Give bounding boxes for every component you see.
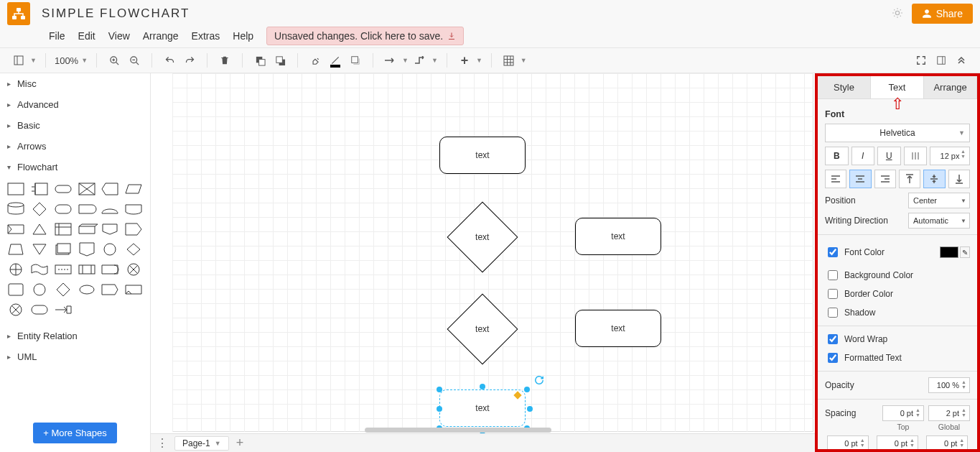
shape-swatch[interactable] <box>53 221 73 238</box>
menu-view[interactable]: View <box>108 30 130 42</box>
flowchart-node[interactable]: text <box>575 218 661 255</box>
menu-edit[interactable]: Edit <box>78 30 95 42</box>
formatted-text-checkbox[interactable]: Formatted Text <box>825 351 970 365</box>
delete-button[interactable] <box>216 52 233 69</box>
shape-swatch[interactable] <box>53 180 73 198</box>
category-misc[interactable]: ▸Misc <box>0 73 150 94</box>
shape-swatch[interactable] <box>29 281 50 298</box>
align-left-button[interactable] <box>825 170 846 188</box>
background-color-checkbox[interactable]: Background Color <box>825 268 970 282</box>
spacing-global-input[interactable]: 2 pt▲▼ <box>928 405 970 421</box>
shape-swatch[interactable] <box>29 221 50 238</box>
tab-text[interactable]: Text ⇧ <box>871 76 924 98</box>
zoom-in-button[interactable] <box>106 52 123 69</box>
shape-swatch[interactable] <box>53 241 73 258</box>
shape-swatch[interactable] <box>53 281 73 298</box>
word-wrap-checkbox[interactable]: Word Wrap <box>825 332 970 346</box>
shape-swatch[interactable] <box>29 180 50 198</box>
page-tab[interactable]: Page-1▼ <box>174 436 229 451</box>
resize-handle[interactable] <box>480 384 485 389</box>
shape-swatch[interactable] <box>77 261 97 278</box>
shape-swatch[interactable] <box>77 241 97 258</box>
table-button[interactable] <box>500 52 518 69</box>
shape-swatch[interactable] <box>53 301 73 318</box>
shape-swatch[interactable] <box>6 281 26 298</box>
shape-swatch[interactable] <box>53 200 73 218</box>
tab-arrange[interactable]: Arrange <box>924 76 977 98</box>
horizontal-scrollbar[interactable] <box>172 426 813 433</box>
valign-bottom-button[interactable] <box>948 170 970 188</box>
line-color-button[interactable] <box>327 52 344 69</box>
shape-swatch[interactable] <box>6 180 26 198</box>
shape-swatch[interactable] <box>77 281 97 298</box>
position-select[interactable]: Center▼ <box>908 193 970 208</box>
save-banner[interactable]: Unsaved changes. Click here to save. <box>266 27 464 45</box>
shape-swatch[interactable] <box>123 180 144 198</box>
menu-arrange[interactable]: Arrange <box>143 30 179 42</box>
resize-handle[interactable] <box>527 406 533 412</box>
shape-swatch[interactable] <box>100 281 120 298</box>
shape-swatch[interactable] <box>29 241 50 258</box>
zoom-out-button[interactable] <box>126 52 143 69</box>
redo-button[interactable] <box>181 52 198 69</box>
shape-swatch[interactable] <box>100 241 120 258</box>
menu-file[interactable]: File <box>49 30 65 42</box>
page-menu-button[interactable]: ⋮ <box>157 436 167 450</box>
chevron-down-icon[interactable]: ▼ <box>476 57 482 64</box>
font-color-checkbox[interactable]: Font Color <box>825 245 885 259</box>
align-right-button[interactable] <box>874 170 896 188</box>
chevron-down-icon[interactable]: ▼ <box>30 57 37 64</box>
rotate-handle[interactable] <box>534 375 543 384</box>
shape-swatch[interactable] <box>77 180 97 198</box>
app-logo[interactable] <box>7 2 30 25</box>
more-shapes-button[interactable]: + More Shapes <box>33 423 117 443</box>
to-back-button[interactable] <box>271 52 289 69</box>
shape-swatch[interactable] <box>123 200 144 218</box>
shape-swatch[interactable] <box>6 301 26 318</box>
shape-swatch[interactable] <box>6 221 26 238</box>
category-advanced[interactable]: ▸Advanced <box>0 94 150 115</box>
font-family-select[interactable]: Helvetica▼ <box>825 124 970 142</box>
waypoint-button[interactable] <box>411 52 429 69</box>
spacing-top-input[interactable]: 0 pt▲▼ <box>882 405 924 421</box>
shape-swatch[interactable] <box>100 221 120 238</box>
edit-color-button[interactable]: ✎ <box>960 246 970 258</box>
share-button[interactable]: Share <box>912 4 973 24</box>
font-color-swatch[interactable] <box>940 246 958 258</box>
border-color-checkbox[interactable]: Border Color <box>825 287 970 301</box>
flowchart-node[interactable]: text <box>575 310 661 347</box>
chevron-down-icon[interactable]: ▼ <box>431 57 438 64</box>
italic-button[interactable]: I <box>851 147 875 165</box>
category-uml[interactable]: ▸UML <box>0 346 150 367</box>
resize-handle[interactable] <box>437 406 442 412</box>
category-arrows[interactable]: ▸Arrows <box>0 136 150 157</box>
insert-button[interactable]: + <box>456 52 473 69</box>
view-mode-button[interactable] <box>10 52 27 69</box>
underline-button[interactable]: U <box>877 147 901 165</box>
align-center-button[interactable] <box>849 170 871 188</box>
flowchart-node-selected[interactable]: text <box>439 389 526 427</box>
opacity-input[interactable]: 100 %▲▼ <box>928 377 970 393</box>
shape-swatch[interactable] <box>77 200 97 218</box>
shape-swatch[interactable] <box>100 200 120 218</box>
menu-extras[interactable]: Extras <box>192 30 220 42</box>
shape-swatch[interactable] <box>29 301 50 318</box>
menu-help[interactable]: Help <box>233 30 253 42</box>
resize-handle[interactable] <box>437 387 442 392</box>
shape-swatch[interactable] <box>29 261 50 278</box>
format-panel-button[interactable] <box>933 52 950 69</box>
shape-swatch[interactable] <box>123 261 144 278</box>
tab-style[interactable]: Style <box>818 76 871 98</box>
document-title[interactable]: SIMPLE FLOWCHART <box>42 6 190 21</box>
category-entity[interactable]: ▸Entity Relation <box>0 326 150 346</box>
shadow-checkbox[interactable]: Shadow <box>825 305 970 320</box>
undo-button[interactable] <box>161 52 178 69</box>
flowchart-node[interactable]: text <box>439 137 526 174</box>
font-size-input[interactable]: 12 px▲▼ <box>930 147 970 165</box>
spacing-left-input[interactable]: 0 pt▲▼ <box>827 435 869 449</box>
canvas[interactable]: text text text text text text ⋮ Page-1▼ … <box>151 73 815 452</box>
theme-icon[interactable] <box>892 7 905 20</box>
bold-button[interactable]: B <box>825 147 849 165</box>
to-front-button[interactable] <box>251 52 269 69</box>
shape-swatch[interactable] <box>6 241 26 258</box>
